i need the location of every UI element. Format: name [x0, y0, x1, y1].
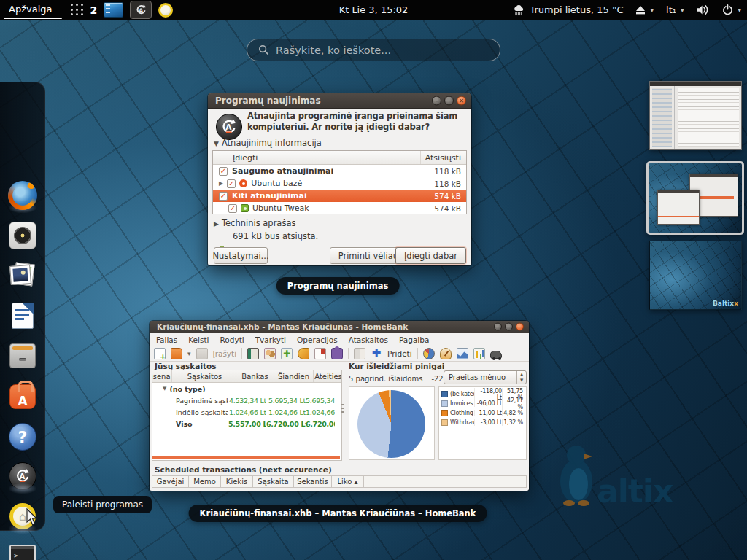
tray-baltix-icon[interactable]	[158, 3, 173, 18]
mouse-cursor	[26, 508, 40, 526]
add-label[interactable]: Pridėti	[387, 349, 412, 358]
menu-failas[interactable]: Failas	[156, 335, 177, 344]
search-input[interactable]	[276, 44, 480, 56]
dock-item-shotwell[interactable]	[8, 261, 37, 290]
maximize-button[interactable]	[505, 323, 513, 331]
menu-ataskaitos[interactable]: Ataskaitos	[349, 335, 388, 344]
pane-resize-handle[interactable]	[341, 404, 344, 414]
table-row[interactable]: ▶ ✓ Ubuntu bazė 118 kB	[213, 177, 466, 190]
vehicle-cost-icon[interactable]	[490, 351, 502, 359]
settings-button[interactable]: Nustatymai...	[214, 247, 268, 264]
close-button[interactable]: ✕	[457, 96, 466, 106]
table-row-selected[interactable]: ✓ Kiti atnaujinimai 574 kB	[213, 190, 466, 202]
open-file-button[interactable]	[171, 348, 182, 359]
checkbox-checked[interactable]: ✓	[227, 179, 236, 188]
balance-report-icon[interactable]	[457, 348, 468, 359]
categories-icon[interactable]: ✚	[281, 348, 293, 359]
clock[interactable]: Kt Lie 3, 15:02	[339, 0, 409, 20]
workspace-thumbnail-1[interactable]	[649, 81, 742, 150]
workspace-thumbnail-3[interactable]: Baltixx	[649, 241, 742, 310]
checkbox-checked[interactable]: ✓	[219, 192, 228, 201]
file-cabinet-icon	[9, 343, 36, 368]
col-gavejai[interactable]: Gavėjai	[152, 476, 189, 487]
budget-icon[interactable]	[314, 348, 326, 359]
save-label[interactable]: Įrašyti	[213, 349, 237, 358]
tray-terminal-icon[interactable]	[104, 2, 123, 18]
workspace-number[interactable]: 2	[90, 4, 97, 16]
search-bar[interactable]	[247, 39, 500, 61]
maximize-button[interactable]	[444, 96, 454, 106]
dock-item-software-updater[interactable]: A	[8, 462, 37, 491]
col-today[interactable]: Šiandien	[274, 370, 314, 382]
spinner-arrows-icon[interactable]: ▲▼	[516, 371, 526, 384]
col-kiekis[interactable]: Kiekis	[221, 476, 253, 487]
col-install[interactable]: Įdiegti	[213, 153, 258, 163]
save-button[interactable]	[196, 348, 208, 359]
open-dropdown-arrow[interactable]: ▾	[187, 350, 191, 357]
menu-rodyti[interactable]: Rodyti	[220, 335, 244, 344]
budget-report-icon[interactable]	[473, 348, 485, 359]
dock-item-firefox[interactable]	[8, 181, 37, 210]
account-row[interactable]: Pagrindinė sąska 4.532,34 Lt 5.695,34 Lt…	[152, 394, 341, 406]
keyboard-layout-menu[interactable]: lt₁ ▾	[666, 4, 684, 15]
add-transaction-icon[interactable]: ✚	[371, 348, 382, 359]
new-file-button[interactable]	[154, 348, 166, 359]
dock-item-terminal[interactable]: >_	[8, 541, 37, 560]
col-saskaita[interactable]: Sąskaita	[253, 476, 294, 487]
menu-tvarkyti[interactable]: Tvarkyti	[255, 335, 286, 344]
homebank-titlebar[interactable]: Kriaučiūnų-finansai.xhb - Mantas Kriauči…	[150, 321, 529, 333]
legend-row[interactable]: Withdrawal of cash -3,00 Lt 1,32 %	[439, 418, 526, 427]
table-row[interactable]: ✓ Saugumo atnaujinimai 118 kB	[213, 165, 466, 177]
show-register-icon[interactable]	[354, 348, 365, 359]
updater-titlebar[interactable]: Programų naujinimas – ✕	[208, 93, 471, 109]
payees-icon[interactable]	[264, 348, 276, 359]
plugins-icon[interactable]	[331, 348, 343, 359]
removable-media-menu[interactable]: ▾	[635, 6, 654, 15]
legend-row[interactable]: Clothing -11,00 Lt 4,82 %	[439, 408, 526, 418]
col-accounts[interactable]: Sąskaitos	[172, 370, 236, 382]
table-row[interactable]: ✓ Ubuntu Tweak 574 kB	[213, 202, 466, 214]
tray-software-updater-icon[interactable]: A	[130, 1, 152, 19]
col-liko-sorted[interactable]: Liko ▴	[332, 476, 364, 487]
col-download[interactable]: Atsisiųsti	[420, 151, 461, 164]
trendtime-report-icon[interactable]	[440, 348, 452, 359]
col-bank[interactable]: Bankas	[236, 370, 274, 382]
expander-arrow-right-icon[interactable]: ▶	[219, 180, 223, 187]
statistics-report-icon[interactable]	[423, 348, 435, 359]
checkbox-checked[interactable]: ✓	[228, 204, 237, 213]
col-future[interactable]: Ateities	[314, 370, 342, 382]
expander-arrow-down-icon[interactable]: ▼	[163, 386, 166, 392]
period-select[interactable]: Praeitas mėnuo ▲▼	[444, 370, 527, 384]
col-sekantis[interactable]: Sekantis	[294, 476, 332, 487]
power-menu[interactable]: ▾	[722, 4, 741, 15]
col-status[interactable]: Būsena	[152, 370, 172, 382]
dock-item-rhythmbox[interactable]	[8, 221, 37, 250]
legend-row[interactable]: Invoices -96,00 Lt 42,11 %	[439, 399, 526, 408]
workspace-grid-icon[interactable]	[71, 4, 83, 16]
weather-indicator[interactable]: Trumpi lietūs, 15 °C	[513, 4, 623, 16]
activities-button[interactable]: Apžvalga	[0, 0, 61, 20]
dock-item-help[interactable]: ?	[8, 422, 37, 451]
install-now-button[interactable]: Įdiegti dabar	[395, 247, 466, 264]
workspace-thumbnail-2-selected[interactable]	[646, 161, 744, 235]
menu-keisti[interactable]: Keisti	[188, 335, 209, 344]
checkbox-checked[interactable]: ✓	[219, 167, 228, 176]
info-expander[interactable]: ▼Atnaujinimų informacija	[214, 138, 322, 148]
dock-item-file-cabinet[interactable]	[8, 341, 37, 370]
assignments-icon[interactable]	[298, 348, 309, 359]
dock-item-software-center[interactable]: A	[8, 381, 37, 411]
account-total-row[interactable]: Viso 5.557,00 Lt 6.720,00 Lt 6.720,00 Lt	[152, 418, 341, 429]
accounts-ledger-icon[interactable]	[247, 348, 259, 359]
col-memo[interactable]: Memo	[189, 476, 221, 487]
menu-pagalba[interactable]: Pagalba	[399, 335, 429, 344]
menu-operacijos[interactable]: Operacijos	[297, 335, 338, 344]
volume-indicator[interactable]	[696, 4, 710, 15]
legend-chip	[441, 410, 448, 416]
minimize-button[interactable]	[494, 323, 502, 331]
tech-expander[interactable]: ▶Techninis aprašas	[214, 218, 295, 228]
minimize-button[interactable]: –	[432, 96, 441, 106]
dock-item-writer[interactable]	[8, 301, 37, 330]
account-group-row[interactable]: ▼ (no type)	[152, 383, 341, 394]
close-button[interactable]	[516, 323, 524, 331]
account-row[interactable]: Indėlio sąskaita 1.024,66 Lt 1.024,66 Lt…	[152, 406, 341, 418]
